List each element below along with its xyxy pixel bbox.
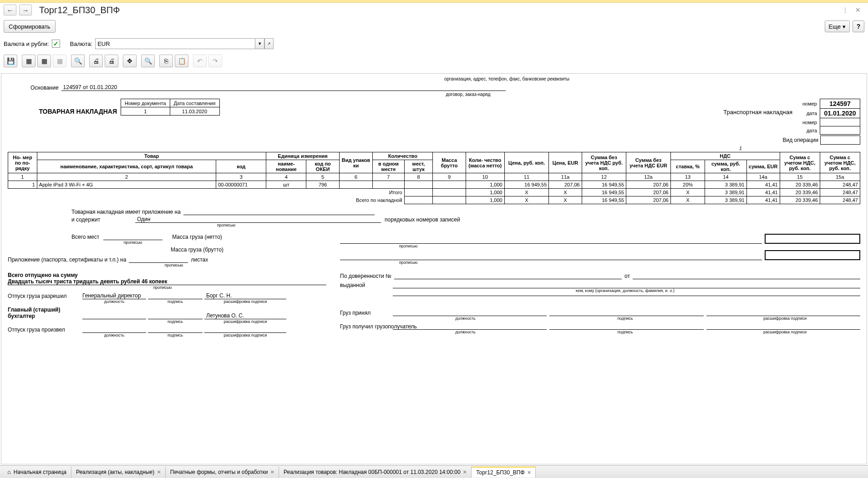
check-icon: ✓ <box>53 40 59 47</box>
window-menu-icon[interactable]: ⋮ <box>841 5 850 15</box>
save-icon[interactable]: 💾 <box>4 55 17 67</box>
chevron-down-icon: ▾ <box>843 23 846 30</box>
nav-forward-button[interactable]: → <box>19 5 32 15</box>
currency-ruble-checkbox[interactable]: ✓ <box>52 40 60 48</box>
currency-dropdown-button[interactable]: ▼ <box>255 38 264 49</box>
zoom-icon[interactable]: 🔍 <box>141 55 155 67</box>
currency-label: Валюта: <box>70 40 93 47</box>
fit-icon[interactable]: ✥ <box>123 55 137 67</box>
currency-input[interactable] <box>95 38 255 49</box>
undo-icon[interactable]: ↶ <box>193 55 207 67</box>
paste-icon[interactable]: 📋 <box>175 55 188 67</box>
more-button[interactable]: Еще▾ <box>825 20 850 32</box>
grid-accent-icon[interactable]: ▦ <box>37 55 51 67</box>
generate-button[interactable]: Сформировать <box>4 20 56 33</box>
document-area[interactable]: организация, адрес, телефон, факс, банко… <box>1 73 867 81</box>
grid-disabled-icon[interactable]: ▦ <box>53 55 66 67</box>
grid-icon[interactable]: ▦ <box>22 55 36 67</box>
currency-open-button[interactable]: ↗ <box>264 38 274 49</box>
print-color-icon[interactable]: 🖨 <box>105 55 118 67</box>
page-title: Торг12_БП30_ВПФ <box>39 5 120 15</box>
copy-icon[interactable]: ⎘ <box>159 55 173 67</box>
print-icon[interactable]: 🖨 <box>89 55 103 67</box>
nav-back-button[interactable]: ← <box>4 5 16 15</box>
help-button[interactable]: ? <box>853 20 864 32</box>
org-details-label: организация, адрес, телефон, факс, банко… <box>153 76 860 81</box>
currency-ruble-label: Валюта и рубли: <box>4 40 49 47</box>
preview-icon[interactable]: 🔍 <box>71 55 85 67</box>
redo-icon[interactable]: ↷ <box>208 55 222 67</box>
close-icon[interactable]: ✕ <box>853 5 863 15</box>
